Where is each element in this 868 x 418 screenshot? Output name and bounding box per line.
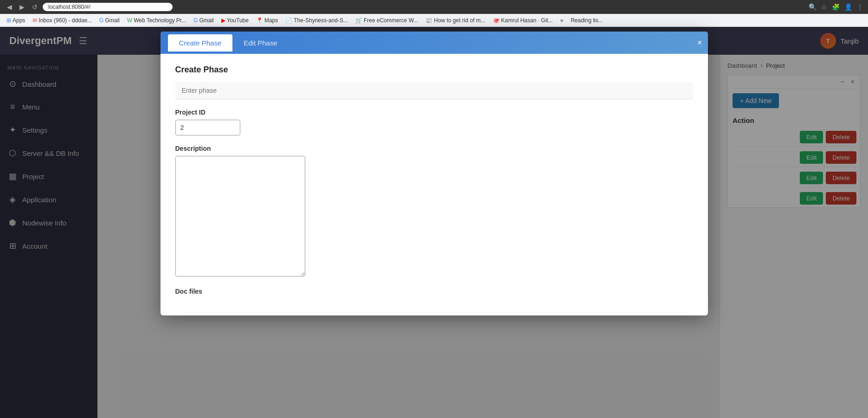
menu-icon[interactable]: ⋮ [857,3,863,11]
tab-create-phase[interactable]: Create Phase [168,34,233,51]
project-id-group: Project ID [175,109,693,135]
bookmark-more[interactable]: » [557,16,566,25]
description-textarea[interactable] [175,156,305,277]
project-id-input[interactable] [175,120,240,135]
back-button[interactable]: ◀ [5,2,14,12]
phase-input[interactable] [175,82,693,99]
doc-files-label: Doc files [175,288,693,295]
star-icon[interactable]: ☆ [821,3,827,11]
project-id-label: Project ID [175,109,693,116]
browser-icons: 🔍 ☆ 🧩 👤 ⋮ [809,3,863,11]
app-container: DivergentPM ☰ T Tanjib MAIN NAVIGATION ⊙… [0,27,868,418]
description-label: Description [175,145,693,152]
modal-close-button[interactable]: × [697,38,702,48]
bookmark-inbox[interactable]: ✉ Inbox (960) - dddae... [30,16,95,25]
bookmark-gmail1[interactable]: G Gmail [96,16,122,25]
bookmark-kamrul[interactable]: 🐙 Kamrul Hasan · Git... [490,16,555,25]
forward-button[interactable]: ▶ [17,2,27,12]
modal-body: Create Phase Project ID Description [161,54,708,315]
modal-overlay: Create Phase Edit Phase × Create Phase P… [0,27,868,418]
profile-icon[interactable]: 👤 [844,3,852,11]
zoom-icon[interactable]: 🔍 [809,3,817,11]
bookmark-gmail2[interactable]: G Gmail [191,16,217,25]
modal-tabs: Create Phase Edit Phase [168,34,289,51]
bookmark-ecommerce[interactable]: 🛒 Free eCommerce W... [353,16,421,25]
browser-chrome: ◀ ▶ ↺ localhost:8080/#/ 🔍 ☆ 🧩 👤 ⋮ [0,0,868,14]
bookmark-howto[interactable]: 📰 How to get rid of m... [423,16,488,25]
bookmark-shyness[interactable]: 📄 The-Shyness-and-S... [283,16,351,25]
bookmarks-bar: ⊞ Apps ✉ Inbox (960) - dddae... G Gmail … [0,14,868,27]
bookmark-apps[interactable]: ⊞ Apps [4,16,28,25]
phase-input-group [175,82,693,99]
tab-edit-phase[interactable]: Edit Phase [232,34,289,51]
modal-header: Create Phase Edit Phase × [161,32,708,54]
modal-dialog: Create Phase Edit Phase × Create Phase P… [161,32,708,315]
bookmark-youtube[interactable]: ▶ YouTube [219,16,251,25]
bookmark-maps[interactable]: 📍 Maps [253,16,281,25]
bookmark-reading[interactable]: Reading lis... [568,16,605,25]
extensions-icon[interactable]: 🧩 [832,3,840,11]
modal-section-title: Create Phase [175,65,693,75]
refresh-button[interactable]: ↺ [30,2,40,12]
doc-files-group: Doc files [175,288,693,295]
description-group: Description [175,145,693,278]
bookmark-webtech[interactable]: W Web Technology Pr... [124,16,189,25]
url-bar[interactable]: localhost:8080/#/ [43,3,173,11]
